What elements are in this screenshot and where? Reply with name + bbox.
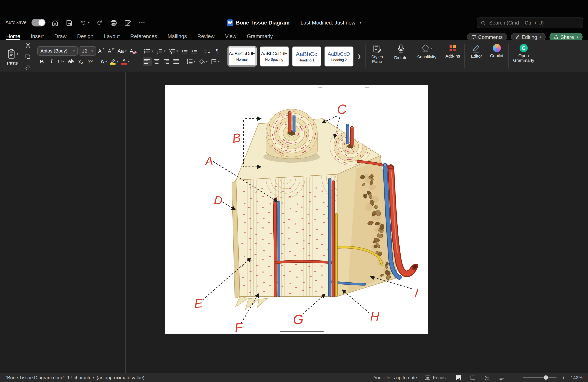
chevron-down-icon: ▾	[117, 60, 118, 63]
outline-view-icon	[484, 375, 490, 380]
web-layout-view-button[interactable]	[468, 374, 478, 381]
dictate-button[interactable]: Dictate	[391, 42, 410, 71]
zoom-out-button[interactable]: −	[512, 375, 520, 380]
layout-guide-right	[463, 72, 463, 373]
subscript-button[interactable]: x₂	[76, 57, 85, 66]
zoom-in-button[interactable]: +	[560, 375, 567, 380]
draft-view-button[interactable]	[497, 374, 507, 381]
editing-mode-button[interactable]: Editing ▾	[511, 33, 546, 40]
document-page[interactable]: A B C D E F G H I	[165, 85, 428, 334]
home-button[interactable]	[51, 18, 60, 27]
styles-gallery-expand-button[interactable]: ❯	[357, 53, 362, 59]
borders-button[interactable]: ▾	[210, 57, 221, 66]
diagram-label-i: I	[414, 287, 419, 300]
styles-pane-button[interactable]: StylesPane	[368, 42, 386, 71]
font-name-select[interactable]: Aptos (Body) ▾	[37, 46, 78, 56]
multilevel-list-button[interactable]: ▾	[168, 46, 179, 56]
redo-button[interactable]	[95, 18, 104, 27]
zoom-slider[interactable]	[523, 377, 556, 378]
sort-button[interactable]: AZ	[203, 46, 212, 56]
chevron-down-icon: ▾	[218, 60, 220, 63]
autosave-toggle[interactable]	[32, 19, 45, 26]
underline-button[interactable]: U▾	[57, 57, 66, 66]
zoom-control: − + 142%	[512, 375, 583, 380]
open-grammarly-button[interactable]: G OpenGrammarly	[511, 42, 536, 71]
show-formatting-marks-button[interactable]: ¶	[212, 46, 221, 56]
save-icon	[65, 19, 73, 26]
tab-mailings[interactable]: Mailings	[168, 33, 187, 40]
search-field[interactable]	[477, 18, 583, 28]
tab-review[interactable]: Review	[197, 33, 215, 40]
justify-button[interactable]	[172, 57, 181, 66]
tab-references[interactable]: References	[130, 33, 157, 40]
font-size-select[interactable]: 12 ▾	[79, 46, 96, 56]
decrease-indent-button[interactable]	[180, 46, 189, 56]
strikethrough-button[interactable]: ab	[66, 57, 75, 66]
outline-view-button[interactable]	[482, 374, 492, 381]
chevron-down-icon: ▾	[105, 60, 107, 63]
tab-grammarly[interactable]: Grammarly	[247, 33, 273, 40]
line-spacing-button[interactable]: ▾	[185, 57, 197, 66]
print-button[interactable]	[109, 18, 118, 27]
italic-button[interactable]: I	[47, 57, 56, 66]
change-case-button[interactable]: Aa▾	[116, 46, 128, 56]
copilot-button[interactable]: Copilot	[487, 42, 506, 71]
tab-design[interactable]: Design	[77, 33, 94, 40]
print-layout-view-button[interactable]	[453, 374, 463, 381]
chevron-down-icon: ▾	[577, 35, 578, 39]
format-painter-button[interactable]	[23, 63, 32, 72]
zoom-level[interactable]: 142%	[571, 375, 583, 380]
style-heading-1[interactable]: AaBbCc Heading 1	[292, 46, 321, 66]
copy-button[interactable]	[23, 52, 32, 61]
highlight-color-button[interactable]: ▾	[109, 57, 119, 66]
new-compose-button[interactable]	[123, 18, 132, 27]
separator	[224, 44, 224, 68]
diagram-label-d: D	[214, 193, 223, 207]
share-button[interactable]: Share ▾	[550, 33, 583, 40]
font-color-swatch	[121, 63, 127, 64]
font-color-button[interactable]: A ▾	[120, 57, 131, 66]
align-center-button[interactable]	[152, 57, 161, 66]
zoom-slider-knob[interactable]	[544, 375, 548, 380]
increase-indent-button[interactable]	[189, 46, 199, 56]
style-normal[interactable]: AaBbCcDdE Normal	[227, 46, 256, 66]
add-ins-button[interactable]: Add-ins	[443, 42, 462, 71]
shading-button[interactable]: ▾	[197, 57, 209, 66]
undo-button[interactable]: ▾	[79, 18, 90, 27]
bullets-button[interactable]: ▾	[143, 46, 154, 56]
style-heading-2[interactable]: AaBbCcD Heading 2	[324, 46, 353, 66]
more-commands-button[interactable]	[137, 18, 147, 27]
sensitivity-button[interactable]: ▾ Sensitivity	[415, 42, 438, 71]
tab-home[interactable]: Home	[6, 33, 20, 40]
save-button[interactable]	[64, 18, 74, 27]
clear-formatting-button[interactable]: A	[128, 46, 137, 56]
align-left-button[interactable]	[143, 57, 151, 66]
svg-text:Z: Z	[204, 51, 206, 54]
style-no-spacing[interactable]: AaBbCcDdE No Spacing	[260, 46, 289, 66]
superscript-button[interactable]: x²	[86, 57, 95, 66]
multilevel-list-icon	[168, 48, 175, 54]
word-count-status[interactable]: "Bone Tissue Diagram.docx": 17 character…	[5, 375, 146, 380]
shrink-font-button[interactable]: A∨	[106, 46, 116, 56]
cut-button[interactable]	[23, 41, 32, 50]
focus-mode-button[interactable]: Focus	[422, 374, 448, 381]
editor-button[interactable]: Editor	[467, 42, 486, 71]
comments-button[interactable]: Comments	[467, 33, 507, 40]
bold-button[interactable]: B	[37, 57, 46, 66]
tab-layout[interactable]: Layout	[104, 33, 120, 40]
search-input[interactable]	[488, 20, 579, 26]
numbering-button[interactable]: 123 ▾	[155, 46, 167, 56]
align-right-button[interactable]	[162, 57, 171, 66]
text-effects-button[interactable]: A▾	[99, 57, 108, 66]
paste-button[interactable]: ▾ Paste	[3, 46, 22, 66]
separator	[441, 44, 441, 68]
separator	[365, 44, 365, 68]
tab-view[interactable]: View	[225, 33, 236, 40]
diagram-label-e: E	[194, 296, 203, 311]
grow-font-button[interactable]: A∧	[97, 46, 106, 56]
sensitivity-icon	[421, 44, 430, 53]
tab-insert[interactable]: Insert	[31, 33, 44, 40]
chevron-down-icon: ▾	[125, 49, 126, 53]
tab-draw[interactable]: Draw	[54, 33, 67, 40]
separator	[140, 44, 140, 68]
